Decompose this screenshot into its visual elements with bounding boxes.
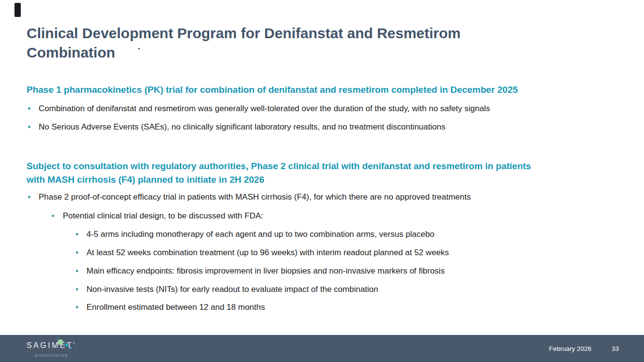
cursor-artifact <box>14 3 21 17</box>
logo-dot-icon <box>65 343 68 347</box>
phase2-heading-line-1: Subject to consultation with regulatory … <box>27 159 626 173</box>
footer-date: February 2026 <box>549 345 591 352</box>
bullet-text: Enrollment estimated between 12 and 18 m… <box>86 302 265 313</box>
bullet-text: Potential clinical trial design, to be d… <box>63 211 263 221</box>
phase2-heading-line-2: with MASH cirrhosis (F4) planned to init… <box>27 173 626 187</box>
bullet-text: Phase 2 proof-of-concept efficacy trial … <box>39 192 471 203</box>
phase2-heading: Subject to consultation with regulatory … <box>27 159 626 186</box>
bullet-dot-icon <box>28 126 30 128</box>
phase1-heading: Phase 1 pharmacokinetics (PK) trial for … <box>27 83 518 97</box>
logo-dot-icon <box>73 342 74 344</box>
list-item: Main efficacy endpoints: fibrosis improv… <box>76 266 444 276</box>
list-item: Non-invasive tests (NITs) for early read… <box>76 284 378 295</box>
bullet-dot-icon <box>76 288 78 290</box>
footer-bar: SAGIMET BIOSCIENCES February 2026 33 <box>0 335 644 362</box>
list-item: At least 52 weeks combination treatment … <box>76 247 449 258</box>
list-item: Phase 2 proof-of-concept efficacy trial … <box>28 192 471 203</box>
logo-dot-icon <box>70 347 72 349</box>
slide-title-line-2: Combination <box>27 43 524 62</box>
bullet-text: 4-5 arms including monotherapy of each a… <box>86 229 434 240</box>
bullet-dot-icon <box>28 107 30 110</box>
stray-dot-artifact <box>138 48 140 49</box>
bullet-dot-icon <box>76 270 78 272</box>
slide-title: Clinical Development Program for Denifan… <box>27 24 524 62</box>
bullet-text: Non-invasive tests (NITs) for early read… <box>86 284 378 295</box>
list-item: 4-5 arms including monotherapy of each a… <box>76 229 434 240</box>
sagimet-logo-subtext: BIOSCIENCES <box>35 354 68 357</box>
bullet-dot-icon <box>76 251 78 254</box>
list-item: Potential clinical trial design, to be d… <box>52 211 263 221</box>
bullet-dot-icon <box>52 215 54 217</box>
bullet-dot-icon <box>28 196 30 198</box>
page-number: 33 <box>612 345 619 352</box>
logo-dot-icon <box>75 349 76 350</box>
bullet-text: Combination of denifanstat and resmetiro… <box>39 103 490 114</box>
bullet-dot-icon <box>76 306 78 308</box>
bullet-text: Main efficacy endpoints: fibrosis improv… <box>86 266 444 276</box>
footer-right: February 2026 33 <box>549 335 644 362</box>
bullet-dot-icon <box>76 233 78 235</box>
slide-title-line-1: Clinical Development Program for Denifan… <box>27 24 524 43</box>
logo-dot-icon <box>57 337 59 339</box>
bullet-text: At least 52 weeks combination treatment … <box>86 247 449 258</box>
list-item: No Serious Adverse Events (SAEs), no cli… <box>28 122 445 132</box>
list-item: Enrollment estimated between 12 and 18 m… <box>76 302 265 313</box>
slide: Clinical Development Program for Denifan… <box>0 0 644 362</box>
logo-dot-icon <box>57 339 63 345</box>
bullet-text: No Serious Adverse Events (SAEs), no cli… <box>39 122 445 132</box>
list-item: Combination of denifanstat and resmetiro… <box>28 103 490 114</box>
